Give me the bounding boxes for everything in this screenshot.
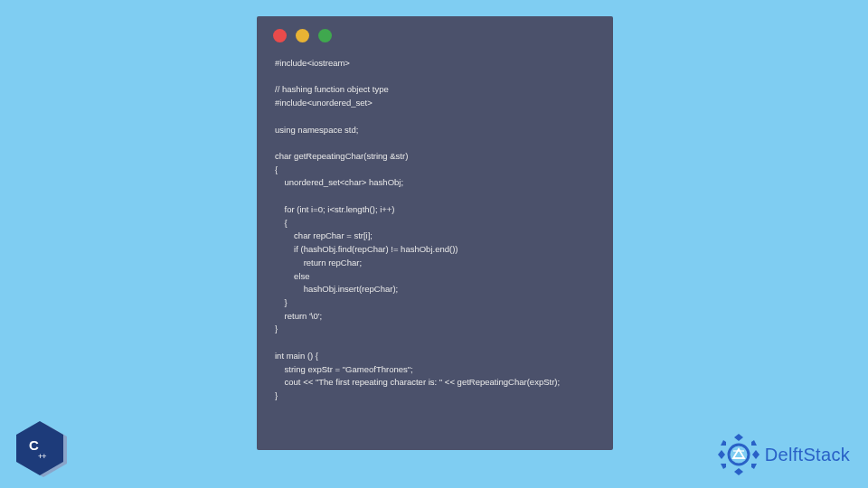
svg-marker-4: [752, 450, 760, 459]
maximize-dot-icon: [318, 29, 332, 42]
code-content: #include<iostream> // hashing function o…: [257, 52, 613, 418]
minimize-dot-icon: [296, 29, 309, 42]
brand-logo: DelftStack: [718, 434, 850, 475]
svg-marker-5: [751, 464, 757, 469]
brand-name: DelftStack: [765, 445, 850, 465]
svg-marker-3: [751, 440, 757, 446]
code-window: #include<iostream> // hashing function o…: [257, 16, 613, 450]
svg-marker-2: [734, 434, 743, 441]
traffic-lights: [257, 16, 613, 52]
cpp-badge-icon: C ++: [16, 421, 67, 477]
brand-emblem-icon: [718, 434, 760, 475]
cpp-badge-plus: ++: [38, 452, 46, 461]
cpp-badge-letter: C: [29, 437, 38, 453]
svg-marker-6: [734, 468, 743, 475]
close-dot-icon: [273, 29, 287, 42]
svg-marker-7: [721, 464, 726, 469]
svg-marker-8: [718, 450, 725, 459]
svg-marker-9: [721, 440, 726, 446]
